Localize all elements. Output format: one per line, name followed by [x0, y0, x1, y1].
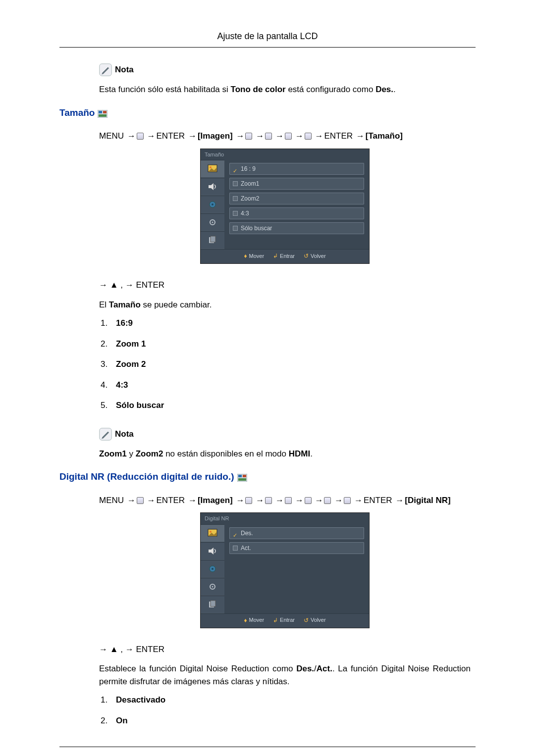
dnr-content: MENU → →ENTER →[Imagen] → → → → → → →ENT…	[99, 494, 471, 727]
source-badge-icon	[237, 473, 247, 481]
section-heading-tamano: Tamaño	[59, 106, 476, 120]
desc-tamano: El Tamaño se puede cambiar.	[99, 299, 471, 311]
button-glyph-icon	[324, 497, 331, 504]
updown-icon: ♦	[244, 616, 247, 625]
box-icon	[233, 211, 238, 216]
svg-rect-21	[209, 550, 211, 553]
osd-option: Act.	[229, 542, 364, 554]
check-icon	[233, 166, 238, 171]
osd-sidebar	[201, 524, 224, 613]
page-header: Ajuste de la pantalla LCD	[59, 30, 476, 48]
source-badge-icon	[98, 109, 107, 117]
sequence-line: → ▲ , → ENTER	[99, 643, 471, 656]
osd-title: Tamaño	[201, 149, 369, 160]
osd-option: 16 : 9	[229, 163, 364, 175]
osd-title: Digital NR	[201, 513, 369, 524]
heading-text: Digital NR (Reducción digital de ruido.)	[59, 470, 234, 484]
return-icon: ↺	[304, 252, 309, 260]
list-item: On	[110, 714, 471, 727]
osd-side-multi-icon	[201, 578, 224, 596]
list-item: Desactivado	[110, 694, 471, 706]
svg-rect-16	[238, 475, 242, 477]
osd-side-info-icon	[201, 596, 224, 613]
list-item: 4:3	[110, 379, 471, 392]
osd-footer: ♦Mover ↲Entrar ↺Volver	[201, 249, 369, 263]
button-glyph-icon	[285, 133, 292, 140]
list-item: Zoom 2	[110, 358, 471, 371]
button-glyph-icon	[245, 497, 252, 504]
button-glyph-icon	[245, 133, 252, 140]
osd-main: Des. Act.	[224, 524, 369, 613]
menu-path-dnr: MENU → →ENTER →[Imagen] → → → → → → →ENT…	[99, 494, 471, 507]
svg-rect-18	[238, 478, 246, 481]
svg-rect-27	[211, 601, 215, 606]
osd-option: Sólo buscar	[229, 222, 364, 234]
return-icon: ↺	[304, 616, 309, 625]
note-text: Esta función sólo está habilitada si Ton…	[99, 83, 471, 96]
check-icon	[233, 531, 238, 536]
button-glyph-icon	[305, 133, 312, 140]
box-icon	[233, 196, 238, 201]
box-icon	[233, 226, 238, 231]
section-heading-dnr: Digital NR (Reducción digital de ruido.)	[59, 470, 476, 484]
svg-rect-13	[211, 236, 215, 242]
page-title: Ajuste de la pantalla LCD	[217, 31, 318, 41]
osd-side-setup-icon	[201, 560, 224, 578]
options-list-tamano: 16:9 Zoom 1 Zoom 2 4:3 Sólo buscar	[110, 317, 471, 412]
svg-rect-17	[243, 475, 246, 477]
svg-point-11	[212, 222, 214, 223]
svg-point-6	[210, 166, 212, 168]
tamano-content: MENU → →ENTER →[Imagen] → → → → →ENTER →…	[99, 130, 471, 460]
osd-option: Des.	[229, 527, 364, 539]
enter-icon: ↲	[273, 252, 278, 260]
button-glyph-icon	[137, 497, 144, 504]
osd-panel-dnr: Digital NR Des. Act. ♦Mover ↲Entrar ↺Vol…	[200, 512, 370, 628]
button-glyph-icon	[305, 497, 312, 504]
svg-point-23	[212, 568, 214, 570]
osd-side-picture-icon	[201, 524, 224, 542]
svg-point-20	[210, 531, 212, 533]
osd-sidebar	[201, 160, 224, 249]
footer-rule	[59, 747, 476, 747]
sequence-line: → ▲ , → ENTER	[99, 279, 471, 292]
svg-point-9	[212, 203, 214, 205]
note-block: Nota	[99, 428, 471, 441]
note-label: Nota	[115, 63, 134, 76]
osd-footer: ♦Mover ↲Entrar ↺Volver	[201, 613, 369, 628]
note-label: Nota	[115, 428, 134, 441]
svg-rect-4	[99, 114, 107, 117]
svg-rect-2	[99, 111, 102, 113]
pencil-icon	[99, 428, 112, 441]
list-item: 16:9	[110, 317, 471, 330]
svg-rect-7	[209, 185, 211, 188]
button-glyph-icon	[265, 133, 272, 140]
svg-point-25	[212, 586, 214, 587]
note-block: Nota	[99, 63, 471, 76]
note-text-2: Zoom1 y Zoom2 no están disponibles en el…	[99, 448, 471, 460]
osd-side-multi-icon	[201, 213, 224, 231]
osd-side-picture-icon	[201, 160, 224, 178]
button-glyph-icon	[285, 497, 292, 504]
enter-icon: ↲	[273, 616, 278, 625]
desc-dnr: Establece la función Digital Noise Reduc…	[99, 662, 471, 688]
osd-side-sound-icon	[201, 542, 224, 560]
osd-side-sound-icon	[201, 178, 224, 196]
box-icon	[233, 546, 238, 551]
list-item: Zoom 1	[110, 338, 471, 351]
osd-option: Zoom2	[229, 193, 364, 204]
osd-panel-tamano: Tamaño 16 : 9 Zoom1 Zoom2 4:3 Sólo busca…	[200, 149, 370, 264]
osd-side-info-icon	[201, 231, 224, 249]
pencil-icon	[99, 63, 112, 76]
list-item: Sólo buscar	[110, 399, 471, 412]
heading-text: Tamaño	[59, 106, 95, 120]
content: Nota Esta función sólo está habilitada s…	[99, 63, 471, 96]
osd-main: 16 : 9 Zoom1 Zoom2 4:3 Sólo buscar	[224, 160, 369, 249]
osd-option: 4:3	[229, 207, 364, 219]
box-icon	[233, 181, 238, 186]
button-glyph-icon	[137, 133, 144, 140]
updown-icon: ♦	[244, 252, 247, 260]
options-list-dnr: Desactivado On	[110, 694, 471, 727]
osd-option: Zoom1	[229, 178, 364, 190]
osd-side-setup-icon	[201, 196, 224, 213]
button-glyph-icon	[265, 497, 272, 504]
